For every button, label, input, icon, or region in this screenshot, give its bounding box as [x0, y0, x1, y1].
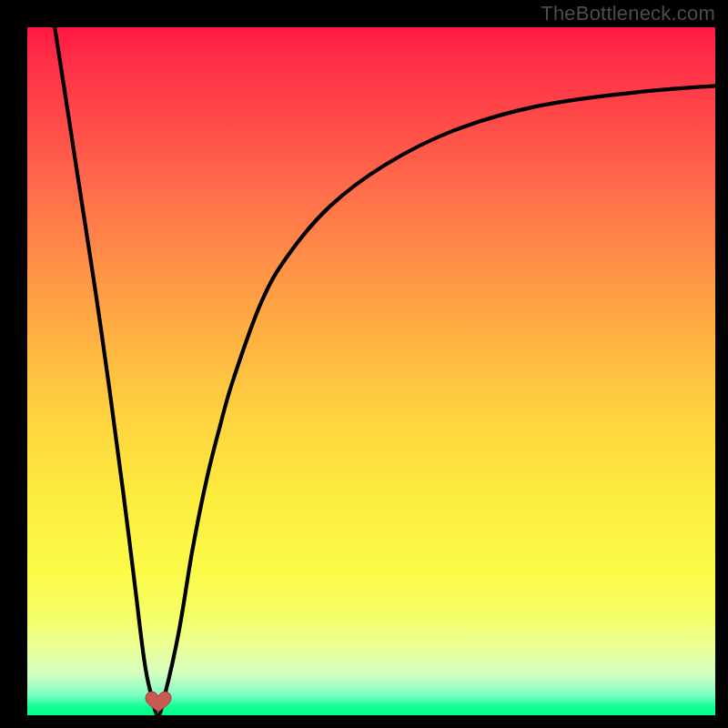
bottleneck-curve: [27, 27, 715, 715]
chart-frame: TheBottleneck.com: [0, 0, 728, 728]
attribution-text: TheBottleneck.com: [541, 2, 715, 25]
plot-area: [27, 27, 715, 715]
